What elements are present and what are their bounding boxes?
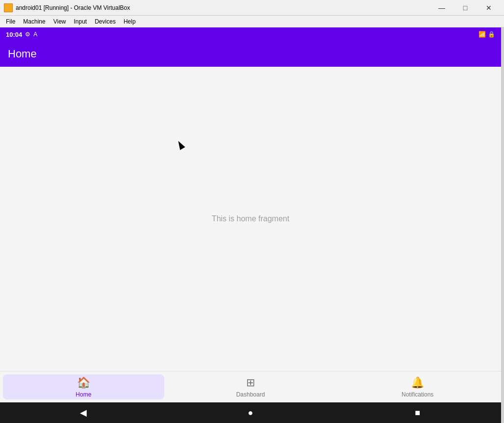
android-system-navbar: ◀ ● ■: [0, 402, 501, 423]
nav-item-dashboard[interactable]: ⊞ Dashboard: [170, 374, 331, 399]
nav-item-home[interactable]: 🏠 Home: [3, 374, 164, 399]
home-button[interactable]: ●: [241, 403, 260, 423]
lock-icon: 🔒: [488, 31, 495, 38]
menu-input[interactable]: Input: [70, 17, 91, 26]
close-button[interactable]: ✕: [478, 0, 500, 16]
home-nav-label: Home: [76, 391, 91, 398]
fragment-text: This is home fragment: [212, 214, 289, 223]
dashboard-nav-icon: ⊞: [246, 376, 255, 389]
a-status-icon: A: [33, 31, 37, 38]
android-main-content: This is home fragment: [0, 67, 501, 371]
cursor: [176, 140, 183, 150]
recents-button[interactable]: ■: [408, 403, 428, 423]
menu-devices[interactable]: Devices: [91, 17, 120, 26]
menu-bar: File Machine View Input Devices Help: [0, 16, 504, 27]
menu-help[interactable]: Help: [120, 17, 140, 26]
notifications-nav-label: Notifications: [402, 391, 433, 398]
back-button[interactable]: ◀: [74, 403, 93, 423]
android-statusbar: 10:04 ⚙ A 📶 🔒: [0, 27, 501, 41]
gear-status-icon: ⚙: [25, 31, 30, 38]
menu-view[interactable]: View: [50, 17, 70, 26]
actionbar-title: Home: [8, 48, 37, 60]
scroll-indicator: [501, 27, 504, 423]
status-left: 10:04 ⚙ A: [6, 31, 37, 38]
menu-machine[interactable]: Machine: [19, 17, 49, 26]
home-nav-icon: 🏠: [77, 376, 90, 389]
android-screen: 10:04 ⚙ A 📶 🔒 Home This is home fragment: [0, 27, 501, 423]
status-right: 📶 🔒: [479, 31, 495, 38]
wifi-icon: 📶: [479, 31, 486, 38]
cursor-arrow: [176, 139, 185, 150]
dashboard-nav-label: Dashboard: [236, 391, 265, 398]
notifications-nav-icon: 🔔: [411, 376, 424, 389]
nav-item-notifications[interactable]: 🔔 Notifications: [337, 374, 498, 399]
window-controls: — □ ✕: [430, 0, 500, 16]
status-time: 10:04: [6, 31, 22, 38]
minimize-button[interactable]: —: [430, 0, 453, 16]
vm-content: 10:04 ⚙ A 📶 🔒 Home This is home fragment: [0, 27, 504, 423]
maximize-button[interactable]: □: [454, 0, 477, 16]
menu-file[interactable]: File: [2, 17, 19, 26]
window-titlebar: android01 [Running] - Oracle VM VirtualB…: [0, 0, 504, 16]
android-actionbar: Home: [0, 41, 501, 67]
android-bottom-nav: 🏠 Home ⊞ Dashboard 🔔 Notifications: [0, 371, 501, 402]
app-icon: [4, 3, 13, 12]
window-title: android01 [Running] - Oracle VM VirtualB…: [16, 4, 430, 11]
